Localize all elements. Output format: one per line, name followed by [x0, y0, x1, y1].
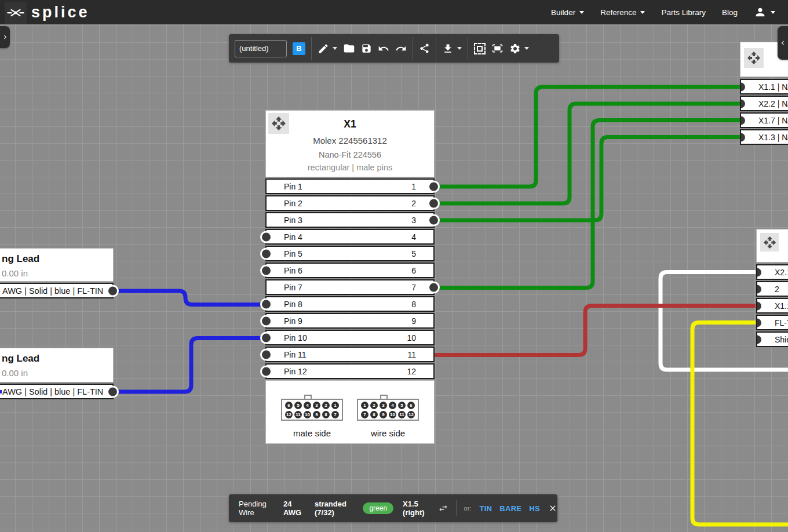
wire-endpoint-row[interactable]: Shie: [756, 331, 788, 347]
endpoint-port[interactable]: [756, 316, 763, 329]
pin-port-1[interactable]: [428, 180, 440, 192]
wire-endpoint-row[interactable]: FL-T: [756, 315, 788, 330]
pin-port-12[interactable]: [260, 365, 272, 377]
edit-mode-caret-icon[interactable]: [333, 47, 337, 50]
wire-endpoint-row[interactable]: 2: [756, 281, 788, 297]
pin-row-2[interactable]: Pin 22: [265, 195, 435, 211]
pin-row-8[interactable]: Pin 88: [265, 296, 435, 312]
undo-icon[interactable]: [378, 43, 389, 54]
pin-row-1[interactable]: Pin 11: [265, 178, 435, 194]
share-icon[interactable]: [419, 43, 430, 54]
brand-name[interactable]: splice: [31, 3, 90, 21]
face-pin-2: 2: [370, 402, 378, 409]
pin-row-6[interactable]: Pin 66: [265, 263, 435, 278]
move-handle-icon[interactable]: [744, 48, 764, 68]
wire-endpoint-row[interactable]: X2.1: [756, 264, 788, 280]
endpoint-port[interactable]: [740, 97, 747, 110]
close-pending-wire-icon[interactable]: [548, 504, 557, 513]
termination-option-bare[interactable]: BARE: [499, 504, 521, 513]
pin-port-5[interactable]: [260, 247, 272, 260]
right-middle-rows: X2.12X1.1FL-TShie: [756, 264, 788, 347]
nav-item-label: Reference: [600, 8, 636, 17]
left-panel-toggle[interactable]: [0, 26, 10, 48]
endpoint-port[interactable]: [756, 333, 763, 345]
lead-1-header: ng Lead 0.00 in: [0, 248, 114, 282]
nav-item-reference[interactable]: Reference: [600, 8, 645, 17]
wire-endpoint-row[interactable]: X1.7 | N/A: [740, 112, 788, 128]
endpoint-port[interactable]: [756, 266, 763, 278]
endpoint-port[interactable]: [740, 81, 747, 93]
endpoint-port[interactable]: [756, 283, 763, 295]
open-folder-icon[interactable]: [343, 42, 355, 54]
termination-option-hs[interactable]: HS: [529, 504, 540, 513]
pin-number: 11: [407, 350, 433, 359]
right-panel-toggle[interactable]: [778, 26, 788, 60]
fit-screen-icon[interactable]: [491, 42, 504, 54]
pin-row-11[interactable]: Pin 1111: [265, 347, 435, 362]
filename-input[interactable]: [235, 40, 287, 57]
lead-1-length: 0.00 in: [0, 265, 113, 278]
app-root: X1 Molex 2245561312 Nano-Fit 224556 rect…: [0, 0, 788, 532]
nav-item-parts-library[interactable]: Parts Library: [661, 8, 706, 17]
pin-port-3[interactable]: [428, 214, 440, 226]
redo-icon[interactable]: [395, 43, 407, 54]
lead-block-1[interactable]: ng Lead 0.00 in AWG | Solid | blue | FL-…: [0, 248, 114, 300]
pin-row-5[interactable]: Pin 55: [265, 246, 435, 261]
nav-item-label: Blog: [722, 8, 738, 17]
pin-row-7[interactable]: Pin 77: [265, 279, 435, 295]
settings-caret-icon[interactable]: [524, 47, 529, 50]
pin-port-8[interactable]: [260, 298, 272, 310]
save-icon[interactable]: [361, 43, 372, 54]
pin-row-3[interactable]: Pin 33: [265, 212, 435, 228]
pin-row-12[interactable]: Pin 1212: [265, 363, 435, 379]
download-caret-icon[interactable]: [457, 47, 462, 50]
face-pin-1: 1: [361, 402, 369, 409]
swap-ends-icon[interactable]: [438, 503, 448, 513]
x1-face-views: 654321121110987mate side123456789101112w…: [265, 380, 435, 444]
nav-item-blog[interactable]: Blog: [722, 8, 738, 17]
right-block-middle[interactable]: X2.12X1.1FL-TShie: [756, 229, 788, 348]
endpoint-port[interactable]: [756, 300, 763, 312]
settings-gear-icon[interactable]: [509, 43, 521, 54]
pin-port-10[interactable]: [260, 331, 272, 344]
lead-1-spec: AWG | Solid | blue | FL-TIN: [2, 286, 103, 296]
lead-2-port[interactable]: [107, 385, 119, 398]
edit-icon[interactable]: [318, 43, 329, 54]
pin-row-9[interactable]: Pin 99: [265, 313, 435, 329]
face-pin-10: 10: [389, 411, 396, 418]
nav-item-builder[interactable]: Builder: [551, 8, 584, 17]
wire-endpoint-row[interactable]: X1.3 | N/A: [740, 129, 788, 145]
account-menu[interactable]: [754, 6, 775, 19]
right-middle-header: [756, 229, 788, 263]
wire-endpoint-row[interactable]: X1.1: [756, 298, 788, 314]
lead-1-port[interactable]: [107, 285, 119, 297]
connector-block-x1[interactable]: X1 Molex 2245561312 Nano-Fit 224556 rect…: [265, 110, 435, 444]
nav-item-label: Builder: [551, 8, 575, 17]
pin-port-4[interactable]: [260, 231, 272, 243]
splice-logo-icon[interactable]: [5, 2, 27, 24]
move-handle-icon[interactable]: [268, 113, 289, 134]
pin-port-2[interactable]: [428, 197, 440, 209]
wire-endpoint-row[interactable]: X2.2 | N/A: [740, 96, 788, 111]
lead-1-spec-row[interactable]: AWG | Solid | blue | FL-TIN: [0, 283, 114, 298]
pin-port-9[interactable]: [260, 315, 272, 327]
move-handle-icon[interactable]: [760, 233, 779, 252]
endpoint-port[interactable]: [740, 114, 747, 126]
builder-badge[interactable]: B: [293, 42, 305, 55]
endpoint-port[interactable]: [740, 131, 747, 143]
x1-header: X1 Molex 2245561312 Nano-Fit 224556 rect…: [265, 110, 435, 177]
select-all-icon[interactable]: [474, 43, 486, 54]
pin-row-4[interactable]: Pin 44: [265, 229, 435, 245]
download-icon[interactable]: [442, 43, 454, 54]
lead-block-2[interactable]: ng Lead 0.00 in AWG | Solid | blue | FL-…: [0, 348, 114, 400]
pin-row-10[interactable]: Pin 1010: [265, 330, 435, 345]
wire-endpoint-label: X1.1 | N/A: [758, 82, 788, 92]
pin-port-6[interactable]: [260, 264, 272, 276]
pin-port-7[interactable]: [428, 281, 440, 293]
termination-option-tin[interactable]: TIN: [479, 504, 492, 513]
lead-2-spec-row[interactable]: AWG | Solid | blue | FL-TIN: [0, 384, 114, 399]
face-pin-8: 8: [370, 411, 378, 418]
wire-endpoint-row[interactable]: X1.1 | N/A: [740, 79, 788, 94]
pending-wire-bar: Pending Wire 24 AWG stranded (7/32) gree…: [229, 494, 557, 522]
pin-port-11[interactable]: [260, 348, 272, 360]
